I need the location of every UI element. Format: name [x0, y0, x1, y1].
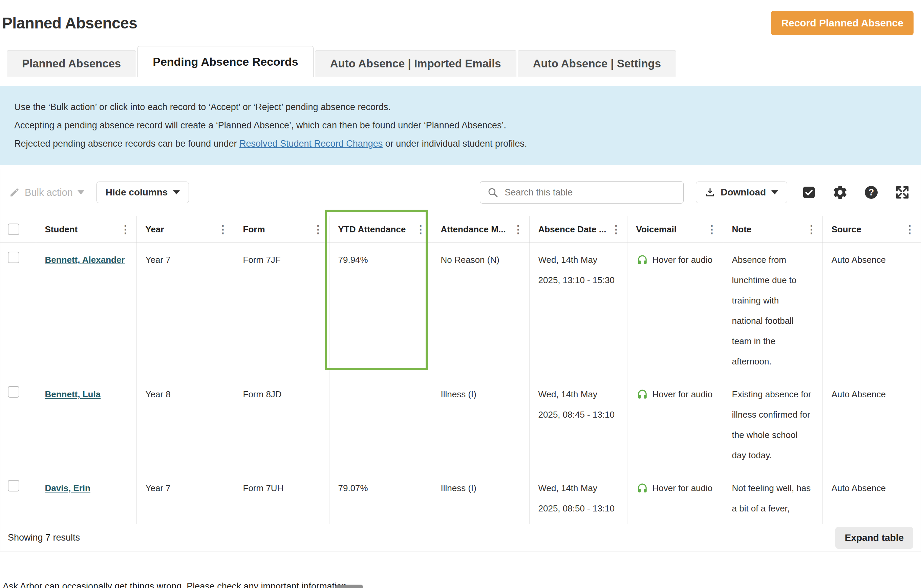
absence-date-line1: Wed, 14th May	[539, 384, 619, 404]
column-header-voicemail: Voicemail	[636, 224, 677, 235]
hide-columns-button[interactable]: Hide columns	[96, 182, 189, 203]
tab-pending-absence-records[interactable]: Pending Absence Records	[137, 46, 314, 77]
cell-voicemail[interactable]: Hover for audio	[627, 243, 723, 377]
cell-note: Existing absence for illness confirmed f…	[723, 377, 822, 471]
table-settings-button[interactable]	[831, 183, 849, 202]
student-link[interactable]: Bennett, Lula	[45, 389, 101, 399]
voicemail-label: Hover for audio	[653, 384, 713, 404]
column-header-student: Student	[45, 224, 78, 235]
cell-ytd-attendance: 79.07%	[329, 471, 432, 524]
pending-absence-records-table: Student⋮ Year⋮ Form⋮ YTD Attendance⋮ Att…	[0, 216, 921, 524]
download-label: Download	[721, 187, 766, 198]
approve-records-button[interactable]	[799, 183, 818, 202]
cell-absence-date: Wed, 14th May2025, 08:45 - 13:10	[529, 377, 627, 471]
tab-auto-absence-settings[interactable]: Auto Absence | Settings	[518, 50, 676, 77]
column-header-year: Year	[146, 224, 164, 235]
search-icon	[487, 187, 498, 198]
column-header-source: Source	[832, 224, 861, 235]
cell-year: Year 8	[137, 377, 234, 471]
student-link[interactable]: Davis, Erin	[45, 483, 90, 493]
select-all-checkbox[interactable]	[8, 223, 19, 235]
absence-date-line2: 2025, 13:10 - 15:30	[539, 270, 619, 290]
student-link[interactable]: Bennett, Alexander	[45, 255, 125, 265]
table-search	[480, 181, 683, 204]
info-banner: Use the ‘Bulk action’ or click into each…	[0, 86, 921, 165]
column-menu-icon[interactable]: ⋮	[705, 224, 719, 235]
column-header-form: Form	[243, 224, 265, 235]
table-toolbar: Bulk action Hide columns Download ?	[0, 169, 921, 216]
record-planned-absence-button[interactable]: Record Planned Absence	[771, 11, 914, 35]
search-input[interactable]	[504, 187, 677, 198]
cell-absence-date: Wed, 14th May2025, 08:50 - 13:10	[529, 471, 627, 524]
column-header-attendance-mark: Attendance M...	[441, 224, 506, 235]
expand-fullscreen-button[interactable]	[893, 183, 912, 202]
cell-note: Not feeling well, has a bit of a fever,	[723, 471, 822, 524]
cell-voicemail[interactable]: Hover for audio	[627, 471, 723, 524]
absence-date-line2: 2025, 08:50 - 13:10	[539, 498, 619, 518]
bulk-action-button[interactable]: Bulk action	[9, 187, 84, 198]
column-header-ytd-attendance: YTD Attendance	[338, 224, 406, 235]
absence-date-line2: 2025, 08:45 - 13:10	[539, 404, 619, 425]
info-line-3-prefix: Rejected pending absence records can be …	[14, 138, 239, 149]
resolved-student-record-changes-link[interactable]: Resolved Student Record Changes	[239, 138, 382, 149]
row-checkbox[interactable]	[8, 386, 19, 397]
row-checkbox[interactable]	[8, 252, 19, 263]
chevron-down-icon	[771, 191, 778, 194]
question-circle-icon: ?	[863, 184, 879, 200]
cell-absence-date: Wed, 14th May2025, 13:10 - 15:30	[529, 243, 627, 377]
column-menu-icon[interactable]: ⋮	[805, 224, 818, 235]
cell-form: Form 7UH	[234, 471, 329, 524]
table-row[interactable]: Bennett, Alexander Year 7 Form 7JF 79.94…	[0, 243, 921, 377]
cell-ytd-attendance	[329, 377, 432, 471]
cell-source: Auto Absence	[822, 377, 921, 471]
chevron-down-icon	[173, 191, 180, 194]
help-button[interactable]: ?	[862, 183, 881, 202]
cell-attendance-mark: Illness (I)	[432, 471, 529, 524]
tab-planned-absences[interactable]: Planned Absences	[7, 50, 136, 77]
download-icon	[705, 187, 715, 197]
cell-source: Auto Absence	[822, 243, 921, 377]
cell-source: Auto Absence	[822, 471, 921, 524]
tab-auto-absence-imported-emails[interactable]: Auto Absence | Imported Emails	[315, 50, 516, 77]
hide-columns-label: Hide columns	[106, 187, 168, 198]
drag-handle[interactable]	[335, 585, 363, 588]
cell-ytd-attendance: 79.94%	[329, 243, 432, 377]
chevron-down-icon	[78, 191, 84, 194]
absence-date-line1: Wed, 14th May	[539, 250, 619, 270]
row-checkbox[interactable]	[8, 480, 19, 492]
voicemail-label: Hover for audio	[653, 478, 713, 498]
column-menu-icon[interactable]: ⋮	[311, 224, 325, 235]
column-header-note: Note	[732, 224, 752, 235]
table-footer: Showing 7 results Expand table	[0, 524, 921, 551]
cell-voicemail[interactable]: Hover for audio	[627, 377, 723, 471]
cell-note: Absence from lunchtime due to training w…	[723, 243, 822, 377]
column-menu-icon[interactable]: ⋮	[414, 224, 428, 235]
table-row[interactable]: Davis, Erin Year 7 Form 7UH 79.07% Illne…	[0, 471, 921, 524]
cell-year: Year 7	[137, 243, 234, 377]
tab-bar: Planned Absences Pending Absence Records…	[0, 46, 921, 77]
gear-icon	[832, 184, 848, 200]
bulk-action-label: Bulk action	[25, 187, 73, 198]
column-menu-icon[interactable]: ⋮	[119, 224, 132, 235]
info-line-3: Rejected pending absence records can be …	[14, 137, 907, 150]
info-line-1: Use the ‘Bulk action’ or click into each…	[14, 101, 907, 113]
headphones-icon	[636, 482, 648, 494]
column-menu-icon[interactable]: ⋮	[903, 224, 916, 235]
voicemail-label: Hover for audio	[653, 250, 713, 270]
column-menu-icon[interactable]: ⋮	[512, 224, 525, 235]
headphones-icon	[636, 388, 648, 401]
column-menu-icon[interactable]: ⋮	[216, 224, 230, 235]
pencil-icon	[9, 187, 20, 198]
expand-table-button[interactable]: Expand table	[835, 527, 913, 549]
table-wrap: Student⋮ Year⋮ Form⋮ YTD Attendance⋮ Att…	[0, 216, 921, 524]
table-header-row: Student⋮ Year⋮ Form⋮ YTD Attendance⋮ Att…	[0, 216, 921, 243]
headphones-icon	[636, 254, 648, 266]
check-square-icon	[801, 184, 817, 200]
pending-absences-card: Bulk action Hide columns Download ?	[0, 169, 921, 551]
table-row[interactable]: Bennett, Lula Year 8 Form 8JD Illness (I…	[0, 377, 921, 471]
column-menu-icon[interactable]: ⋮	[610, 224, 623, 235]
cell-year: Year 7	[137, 471, 234, 524]
column-header-absence-date: Absence Date ...	[539, 224, 607, 235]
expand-icon	[894, 184, 911, 200]
download-button[interactable]: Download	[696, 182, 787, 203]
